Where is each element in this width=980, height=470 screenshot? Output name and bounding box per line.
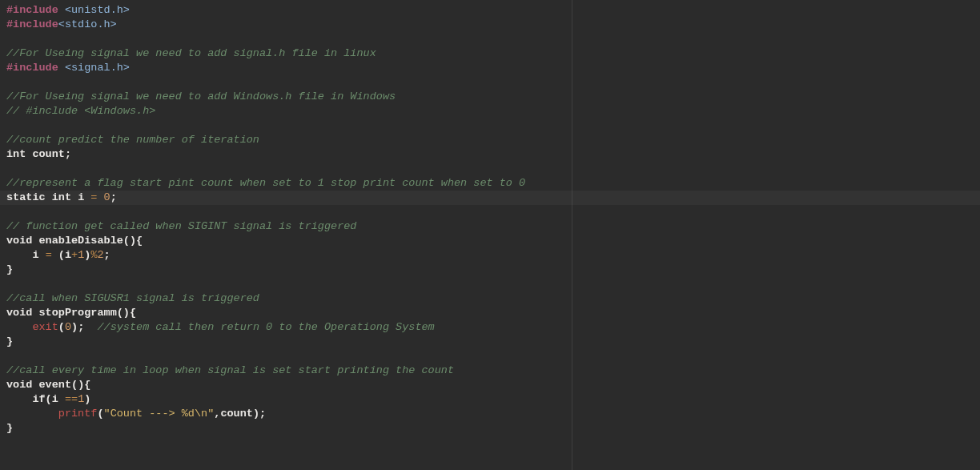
code-line[interactable]: #include <signal.h> [6,61,974,75]
code-token: ( [46,393,52,405]
code-token [84,321,97,333]
code-token: #include [6,4,65,16]
code-token [58,393,65,405]
code-token: 0 [104,191,110,203]
code-line[interactable] [6,349,974,364]
code-line[interactable]: //count predict the number of iteration [6,133,974,147]
code-token: ) [71,321,78,333]
code-token [46,191,52,203]
code-token: ( [97,408,103,420]
code-token: <signal.h> [65,62,130,74]
code-line[interactable]: //For Useing signal we need to add Windo… [6,90,974,104]
code-token: (){ [117,307,136,319]
code-token: 0 [65,321,71,333]
code-line[interactable]: } [6,335,974,349]
code-line[interactable] [6,205,974,219]
code-token: //call when SIGUSR1 signal is triggered [6,292,259,304]
code-line[interactable]: int count; [6,147,974,162]
code-line[interactable]: } [6,263,974,277]
code-token [32,307,38,319]
code-token: int [6,148,26,160]
code-line[interactable]: if(i ==1) [6,392,974,407]
code-token: i [65,249,71,261]
code-token: void [6,379,32,391]
code-token: ( [58,249,65,261]
code-token: (){ [71,379,90,391]
code-token: } [6,335,13,347]
code-token [6,393,32,405]
code-token: //call every time in loop when signal is… [6,364,454,376]
code-token: //count predict the number of iteration [6,134,259,146]
code-token: "Count ---> %d\n" [104,408,215,420]
code-token [52,249,58,261]
code-token: i [52,393,58,405]
code-line[interactable]: exit(0); //system call then return 0 to … [6,320,974,335]
code-token: void [6,307,32,319]
code-token: (){ [123,235,143,247]
code-line[interactable] [6,32,974,46]
code-token: i [32,249,38,261]
code-token: <unistd.h> [65,4,130,16]
code-token: if [32,393,45,405]
code-editor[interactable]: #include <unistd.h>#include<stdio.h> //F… [0,0,980,470]
code-token: 2 [98,249,104,261]
code-line[interactable]: void stopProgramm(){ [6,306,974,320]
code-token [32,235,38,247]
code-line[interactable]: //represent a flag start pint count when… [6,176,974,191]
code-line[interactable]: void event(){ [6,378,974,392]
code-token: //system call then return 0 to the Opera… [97,321,434,333]
code-token: ; [104,249,110,261]
code-token [6,249,32,261]
code-token: ) [253,408,259,420]
code-line[interactable] [6,119,974,133]
code-line[interactable]: //call every time in loop when signal is… [6,364,974,378]
code-token: printf [58,408,98,420]
code-token [6,408,58,420]
code-token [39,249,46,261]
code-token: // function get called when SIGINT signa… [6,220,356,232]
code-line[interactable]: //For Useing signal we need to add signa… [6,46,974,61]
code-token: #include [6,18,58,30]
code-line[interactable]: // #include <Windows.h> [6,104,974,119]
code-line[interactable]: //call when SIGUSR1 signal is triggered [6,291,974,306]
code-token: // #include <Windows.h> [6,105,155,117]
code-line[interactable]: static int i = 0; [6,191,974,205]
code-line[interactable]: #include <unistd.h> [6,3,974,18]
code-token: count [220,408,253,420]
code-token: //For Useing signal we need to add signa… [6,47,376,59]
code-token: exit [32,321,58,333]
code-token [32,379,38,391]
code-line[interactable]: i = (i+1)%2; [6,248,974,263]
code-token: } [6,263,13,275]
code-line[interactable]: printf("Count ---> %d\n",count); [6,407,974,421]
code-token [71,191,78,203]
code-token: ; [110,191,117,203]
code-token: //For Useing signal we need to add Windo… [6,90,396,102]
code-token [6,321,32,333]
code-token: stopProgramm [39,307,117,319]
code-token: ; [65,148,71,160]
code-token: + [71,249,78,261]
code-token: int [52,191,71,203]
code-line[interactable]: } [6,421,974,436]
code-line[interactable] [6,277,974,291]
code-line[interactable]: // function get called when SIGINT signa… [6,219,974,234]
code-token: static [6,191,46,203]
code-line[interactable]: void enableDisable(){ [6,234,974,248]
code-token: % [90,249,97,261]
code-line[interactable] [6,75,974,90]
code-token: ; [259,408,266,420]
code-token [97,191,103,203]
code-line[interactable]: #include<stdio.h> [6,18,974,32]
code-token: <stdio.h> [58,18,117,30]
code-token: enableDisable [39,235,123,247]
code-token: == [65,393,78,405]
code-line[interactable] [6,162,974,176]
code-token: //represent a flag start pint count when… [6,177,525,189]
code-token: event [39,379,72,391]
code-token: count [32,148,65,160]
code-token: = [46,249,52,261]
code-token: ( [58,321,65,333]
code-token: void [6,235,32,247]
code-token: } [6,422,13,434]
